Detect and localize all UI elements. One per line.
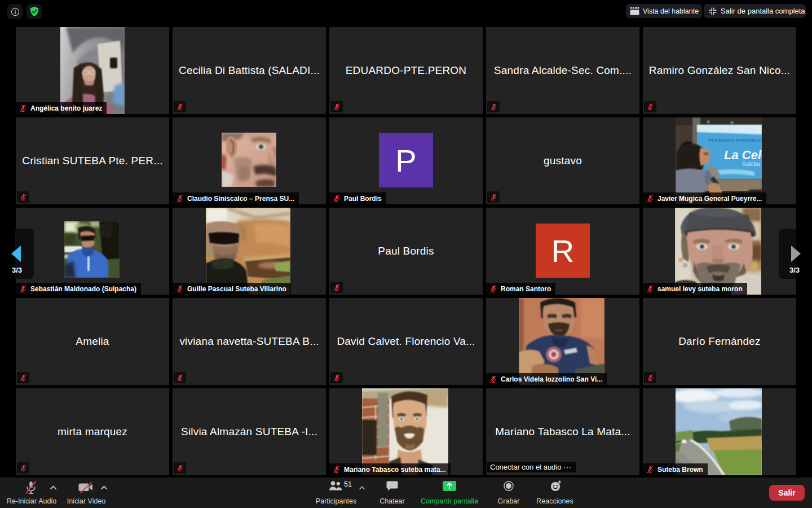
- svg-text:PLENARIO PROVINCIAL: PLENARIO PROVINCIAL: [708, 138, 762, 143]
- svg-text:La Celes: La Celes: [724, 148, 762, 162]
- svg-text:Suteba: Suteba: [742, 161, 760, 167]
